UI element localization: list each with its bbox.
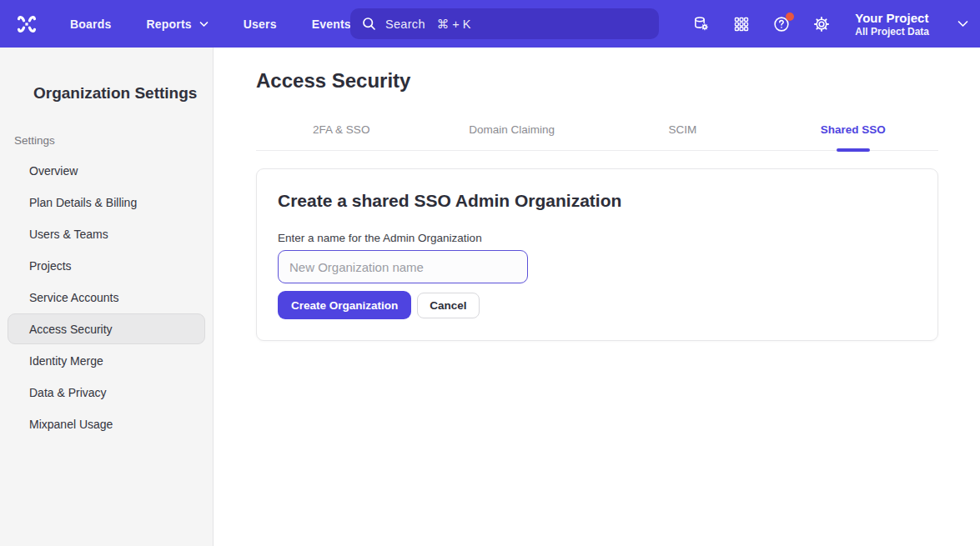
- tab-2fa-sso[interactable]: 2FA & SSO: [256, 123, 427, 150]
- data-management-icon[interactable]: [691, 14, 711, 34]
- sidebar-item-identity-merge[interactable]: Identity Merge: [8, 345, 205, 376]
- nav-item-boards[interactable]: Boards: [70, 18, 111, 31]
- sidebar-item-service-accounts[interactable]: Service Accounts: [8, 282, 205, 313]
- tab-scim[interactable]: SCIM: [597, 123, 768, 150]
- active-tab-underline: [837, 148, 870, 152]
- sidebar-item-data-privacy[interactable]: Data & Privacy: [8, 377, 205, 408]
- primary-nav: Boards Reports Users Events: [70, 18, 351, 31]
- create-organization-button[interactable]: Create Organization: [278, 291, 411, 319]
- settings-gear-icon[interactable]: [812, 14, 832, 34]
- project-selector[interactable]: Your Project All Project Data: [855, 10, 929, 38]
- navbar-right-cluster: Your Project All Project Data: [691, 0, 968, 48]
- tab-domain-claiming[interactable]: Domain Claiming: [427, 123, 598, 150]
- top-navbar: Boards Reports Users Events Search ⌘ + K: [0, 0, 980, 48]
- create-shared-sso-card: Create a shared SSO Admin Organization E…: [256, 168, 938, 341]
- sidebar-item-overview[interactable]: Overview: [8, 155, 205, 186]
- cancel-button[interactable]: Cancel: [417, 293, 479, 318]
- sidebar-title: Organization Settings: [33, 84, 213, 103]
- project-chevron-down-icon[interactable]: [957, 20, 968, 28]
- help-icon[interactable]: [771, 14, 792, 34]
- tab-shared-sso[interactable]: Shared SSO: [768, 123, 939, 150]
- chevron-down-icon: [199, 21, 209, 28]
- org-name-input[interactable]: [278, 250, 528, 283]
- sidebar-section-settings: Settings: [14, 134, 213, 147]
- sidebar-item-projects[interactable]: Projects: [8, 250, 205, 281]
- org-settings-sidebar: Organization Settings Settings Overview …: [0, 48, 214, 546]
- card-button-row: Create Organization Cancel: [278, 291, 917, 319]
- main-content: Access Security 2FA & SSO Domain Claimin…: [214, 48, 980, 546]
- global-search-input[interactable]: Search ⌘ + K: [350, 8, 659, 39]
- nav-item-reports[interactable]: Reports: [146, 18, 208, 31]
- sidebar-item-plan-details-billing[interactable]: Plan Details & Billing: [8, 187, 205, 218]
- project-name: Your Project: [855, 10, 929, 26]
- search-shortcut: ⌘ + K: [437, 18, 471, 31]
- project-scope: All Project Data: [855, 26, 929, 38]
- notification-dot: [786, 13, 794, 21]
- card-title: Create a shared SSO Admin Organization: [278, 191, 917, 211]
- nav-item-events[interactable]: Events: [312, 18, 351, 31]
- search-icon: [362, 17, 376, 31]
- apps-grid-icon[interactable]: [731, 14, 751, 34]
- tab-shared-sso-label: Shared SSO: [821, 123, 886, 136]
- org-name-field-label: Enter a name for the Admin Organization: [278, 232, 917, 244]
- sidebar-item-mixpanel-usage[interactable]: Mixpanel Usage: [8, 408, 205, 439]
- access-security-tabs: 2FA & SSO Domain Claiming SCIM Shared SS…: [256, 123, 938, 151]
- sidebar-item-access-security[interactable]: Access Security: [8, 313, 205, 344]
- nav-item-users[interactable]: Users: [244, 18, 277, 31]
- nav-item-reports-label: Reports: [146, 18, 191, 31]
- search-placeholder: Search: [385, 18, 425, 31]
- sidebar-item-users-teams[interactable]: Users & Teams: [8, 218, 205, 249]
- mixpanel-logo-icon[interactable]: [13, 11, 40, 38]
- page-title: Access Security: [256, 69, 938, 93]
